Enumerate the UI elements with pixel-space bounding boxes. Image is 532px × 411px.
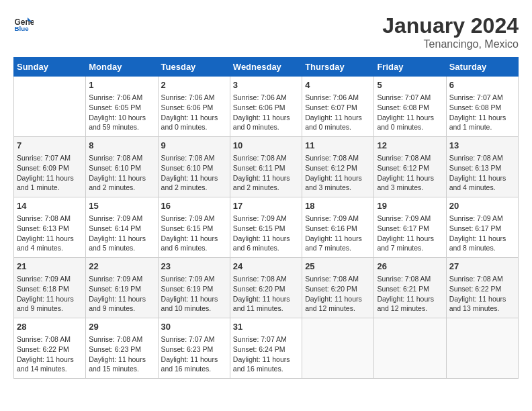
- day-info: Sunrise: 7:08 AM: [377, 153, 443, 163]
- day-number: 16: [161, 200, 227, 212]
- day-info: Sunrise: 7:07 AM: [17, 153, 83, 163]
- day-info: Sunrise: 7:09 AM: [305, 214, 371, 224]
- day-info: Daylight: 11 hours: [233, 173, 299, 183]
- calendar-cell: 19Sunrise: 7:09 AMSunset: 6:17 PMDayligh…: [374, 197, 446, 258]
- day-info: Daylight: 11 hours: [377, 173, 443, 183]
- day-info: Sunset: 6:23 PM: [161, 345, 227, 355]
- day-info: Sunset: 6:14 PM: [89, 224, 154, 234]
- day-info: and 5 minutes.: [89, 243, 154, 253]
- day-info: Sunset: 6:15 PM: [233, 224, 299, 234]
- day-info: and 1 minute.: [17, 183, 83, 193]
- day-info: and 10 minutes.: [161, 304, 227, 314]
- day-info: Sunset: 6:06 PM: [233, 103, 299, 113]
- day-info: Daylight: 11 hours: [161, 234, 227, 244]
- day-info: Sunset: 6:20 PM: [305, 284, 371, 294]
- day-info: Sunrise: 7:08 AM: [305, 274, 371, 284]
- day-info: and 3 minutes.: [377, 183, 443, 193]
- calendar-cell: 2Sunrise: 7:06 AMSunset: 6:06 PMDaylight…: [158, 77, 230, 137]
- day-info: Sunset: 6:17 PM: [377, 224, 443, 234]
- calendar-cell: 23Sunrise: 7:09 AMSunset: 6:19 PMDayligh…: [158, 258, 230, 318]
- day-info: Sunset: 6:17 PM: [449, 224, 515, 234]
- calendar-cell: 28Sunrise: 7:08 AMSunset: 6:22 PMDayligh…: [14, 318, 86, 379]
- day-info: Daylight: 11 hours: [449, 294, 515, 304]
- day-info: Sunrise: 7:09 AM: [161, 274, 227, 284]
- calendar-cell: 3Sunrise: 7:06 AMSunset: 6:06 PMDaylight…: [230, 77, 302, 137]
- day-info: Sunset: 6:20 PM: [233, 284, 299, 294]
- day-info: Sunrise: 7:08 AM: [305, 153, 371, 163]
- weekday-header-thursday: Thursday: [302, 58, 374, 77]
- day-info: and 2 minutes.: [233, 183, 299, 193]
- logo: General Blue: [13, 13, 34, 34]
- day-info: and 3 minutes.: [305, 183, 371, 193]
- day-info: Sunset: 6:15 PM: [161, 224, 227, 234]
- day-info: Sunset: 6:12 PM: [377, 163, 443, 173]
- day-info: and 6 minutes.: [161, 243, 227, 253]
- day-info: Sunset: 6:12 PM: [305, 163, 371, 173]
- calendar-cell: 11Sunrise: 7:08 AMSunset: 6:12 PMDayligh…: [302, 137, 374, 197]
- day-info: Daylight: 11 hours: [17, 173, 83, 183]
- title-block: January 2024 Tenancingo, Mexico: [382, 13, 519, 50]
- day-number: 18: [305, 200, 371, 212]
- weekday-header-saturday: Saturday: [446, 58, 518, 77]
- day-info: and 59 minutes.: [89, 122, 154, 132]
- day-info: Daylight: 11 hours: [449, 113, 515, 123]
- calendar-cell: 14Sunrise: 7:08 AMSunset: 6:13 PMDayligh…: [14, 197, 86, 258]
- calendar-cell: 21Sunrise: 7:09 AMSunset: 6:18 PMDayligh…: [14, 258, 86, 318]
- day-number: 20: [449, 200, 515, 212]
- day-info: Sunset: 6:10 PM: [161, 163, 227, 173]
- day-info: and 16 minutes.: [233, 364, 299, 374]
- day-info: Daylight: 11 hours: [89, 355, 154, 365]
- day-info: and 0 minutes.: [233, 122, 299, 132]
- day-info: Sunrise: 7:07 AM: [377, 93, 443, 103]
- day-info: Sunset: 6:06 PM: [161, 103, 227, 113]
- day-number: 3: [233, 79, 299, 91]
- day-info: Daylight: 11 hours: [233, 355, 299, 365]
- calendar-week-2: 7Sunrise: 7:07 AMSunset: 6:09 PMDaylight…: [14, 137, 519, 197]
- calendar-cell: 30Sunrise: 7:07 AMSunset: 6:23 PMDayligh…: [158, 318, 230, 379]
- day-info: and 0 minutes.: [377, 122, 443, 132]
- weekday-header-row: SundayMondayTuesdayWednesdayThursdayFrid…: [14, 58, 519, 77]
- day-info: and 8 minutes.: [449, 243, 515, 253]
- calendar-cell: 8Sunrise: 7:08 AMSunset: 6:10 PMDaylight…: [86, 137, 158, 197]
- day-info: Daylight: 11 hours: [305, 173, 371, 183]
- day-info: Sunrise: 7:08 AM: [17, 334, 83, 345]
- weekday-header-wednesday: Wednesday: [230, 58, 302, 77]
- day-info: Sunrise: 7:08 AM: [233, 153, 299, 163]
- day-number: 14: [17, 200, 83, 212]
- day-info: Sunset: 6:21 PM: [377, 284, 443, 294]
- day-info: and 6 minutes.: [233, 243, 299, 253]
- calendar-cell: 17Sunrise: 7:09 AMSunset: 6:15 PMDayligh…: [230, 197, 302, 258]
- day-info: Sunset: 6:09 PM: [17, 163, 83, 173]
- day-info: Sunrise: 7:09 AM: [449, 214, 515, 224]
- day-info: Sunset: 6:13 PM: [449, 163, 515, 173]
- calendar-cell: 7Sunrise: 7:07 AMSunset: 6:09 PMDaylight…: [14, 137, 86, 197]
- day-info: Sunrise: 7:07 AM: [233, 334, 299, 345]
- calendar-cell: [302, 318, 374, 379]
- day-info: Daylight: 11 hours: [89, 173, 154, 183]
- calendar-cell: 10Sunrise: 7:08 AMSunset: 6:11 PMDayligh…: [230, 137, 302, 197]
- day-info: Sunset: 6:07 PM: [305, 103, 371, 113]
- day-info: Daylight: 11 hours: [17, 355, 83, 365]
- day-info: Daylight: 11 hours: [377, 294, 443, 304]
- day-number: 1: [89, 79, 154, 91]
- day-info: Sunrise: 7:09 AM: [161, 214, 227, 224]
- day-number: 26: [377, 261, 443, 273]
- calendar-week-3: 14Sunrise: 7:08 AMSunset: 6:13 PMDayligh…: [14, 197, 519, 258]
- day-info: Sunrise: 7:06 AM: [161, 93, 227, 103]
- day-info: Sunrise: 7:08 AM: [233, 274, 299, 284]
- calendar-table: SundayMondayTuesdayWednesdayThursdayFrid…: [13, 57, 519, 379]
- svg-text:Blue: Blue: [15, 25, 30, 32]
- day-info: and 12 minutes.: [305, 304, 371, 314]
- day-number: 29: [89, 321, 154, 333]
- day-info: Daylight: 11 hours: [161, 173, 227, 183]
- day-info: Sunset: 6:11 PM: [233, 163, 299, 173]
- page-header: General Blue January 2024 Tenancingo, Me…: [13, 13, 519, 50]
- day-info: Sunset: 6:08 PM: [449, 103, 515, 113]
- day-number: 17: [233, 200, 299, 212]
- calendar-cell: 13Sunrise: 7:08 AMSunset: 6:13 PMDayligh…: [446, 137, 518, 197]
- day-number: 31: [233, 321, 299, 333]
- day-info: Sunset: 6:16 PM: [305, 224, 371, 234]
- day-number: 7: [17, 140, 83, 152]
- calendar-week-5: 28Sunrise: 7:08 AMSunset: 6:22 PMDayligh…: [14, 318, 519, 379]
- location-title: Tenancingo, Mexico: [382, 38, 519, 50]
